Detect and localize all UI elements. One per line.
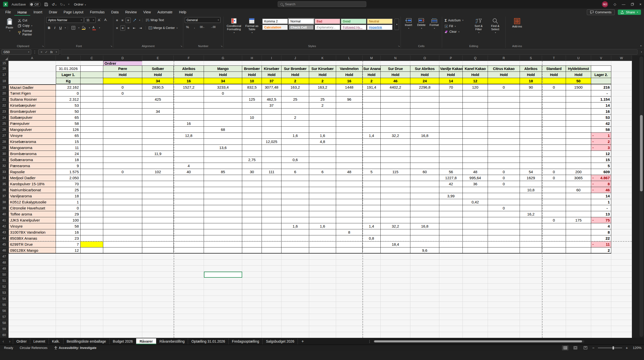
- format-cells-button[interactable]: Format▾: [428, 17, 440, 30]
- column-header-F[interactable]: F: [174, 55, 204, 61]
- cell-E39[interactable]: [142, 205, 174, 211]
- cell-H18[interactable]: 10: [242, 78, 262, 84]
- cell-Q20[interactable]: [463, 90, 488, 96]
- cell-P56[interactable]: [439, 308, 463, 314]
- cell-Q26[interactable]: [463, 127, 488, 133]
- cell-I37[interactable]: [262, 193, 281, 199]
- cell-Q27[interactable]: [463, 133, 488, 139]
- cell-U28[interactable]: [566, 139, 591, 145]
- cell-L52[interactable]: [336, 284, 363, 290]
- cell-H34[interactable]: [242, 175, 262, 181]
- cell-T54[interactable]: [542, 296, 566, 302]
- cell-S17[interactable]: Hold: [520, 72, 542, 78]
- sheet-tab-fredagsoptælling[interactable]: Fredagsoptælling: [229, 338, 263, 344]
- column-header-I[interactable]: I: [262, 55, 281, 61]
- cell-F41[interactable]: [174, 217, 204, 223]
- cell-F54[interactable]: [174, 296, 204, 302]
- cell-V39[interactable]: -: [591, 205, 611, 211]
- cell-F43[interactable]: [174, 229, 204, 235]
- cell-H47[interactable]: [242, 254, 262, 260]
- cell-J37[interactable]: [281, 193, 309, 199]
- cell-D59[interactable]: [103, 326, 142, 332]
- cell-F53[interactable]: [174, 290, 204, 296]
- cell-T26[interactable]: [542, 127, 566, 133]
- cell-L30[interactable]: [336, 151, 363, 157]
- cell-H43[interactable]: [242, 229, 262, 235]
- cell-P18[interactable]: 14: [439, 78, 463, 84]
- cell-O19[interactable]: 2296,8: [410, 84, 439, 90]
- cell-Q54[interactable]: [463, 296, 488, 302]
- cell-K59[interactable]: [309, 326, 336, 332]
- cell-S56[interactable]: [520, 308, 542, 314]
- cell-D47[interactable]: [103, 254, 142, 260]
- cell-A55[interactable]: [9, 302, 56, 308]
- cell-V37[interactable]: 14: [591, 193, 611, 199]
- cell-U38[interactable]: [566, 199, 591, 205]
- cell-R40[interactable]: [488, 211, 520, 217]
- cell-C34[interactable]: [81, 175, 103, 181]
- menu-tab-file[interactable]: File: [2, 9, 14, 16]
- close-button[interactable]: ×: [639, 2, 641, 6]
- cell-L27[interactable]: [336, 133, 363, 139]
- cell-U37[interactable]: [566, 193, 591, 199]
- row-header-38[interactable]: 38: [0, 199, 9, 205]
- cell-H50[interactable]: [242, 272, 262, 278]
- cell-L59[interactable]: [336, 326, 363, 332]
- cell-K21[interactable]: 25: [309, 96, 336, 102]
- cell-M44[interactable]: 0,8: [363, 235, 381, 241]
- cell-F33[interactable]: 40: [174, 169, 204, 175]
- cell-C27[interactable]: [81, 133, 103, 139]
- cell-F17[interactable]: Hold: [174, 72, 204, 78]
- cell-S54[interactable]: [520, 296, 542, 302]
- cell-E48[interactable]: [142, 260, 174, 266]
- cell-R26[interactable]: [488, 127, 520, 133]
- cell-C54[interactable]: [81, 296, 103, 302]
- cell-C21[interactable]: [81, 96, 103, 102]
- cell-P49[interactable]: [439, 266, 463, 272]
- row-header-57[interactable]: 57: [0, 314, 9, 320]
- column-header-C[interactable]: C: [81, 55, 103, 61]
- cell-U18[interactable]: 50: [566, 78, 591, 84]
- cell-I33[interactable]: 111: [262, 169, 281, 175]
- cell-E43[interactable]: [142, 229, 174, 235]
- cell-L20[interactable]: [336, 90, 363, 96]
- column-header-E[interactable]: E: [142, 55, 174, 61]
- cell-B16[interactable]: 31.01.2026: [56, 65, 81, 72]
- cell-T50[interactable]: [542, 272, 566, 278]
- cell-F40[interactable]: [174, 211, 204, 217]
- cell-H19[interactable]: 832,5: [242, 84, 262, 90]
- cell-T44[interactable]: [542, 235, 566, 241]
- cell-T33[interactable]: 0: [542, 169, 566, 175]
- cell-B60[interactable]: [56, 332, 81, 338]
- font-size-select[interactable]: 11▾: [85, 17, 96, 23]
- cell-R22[interactable]: [488, 102, 520, 109]
- cell-F45[interactable]: [174, 241, 204, 247]
- cell-C53[interactable]: [81, 290, 103, 296]
- cell-W39[interactable]: [611, 205, 632, 211]
- status-circular-references[interactable]: Circular References: [20, 346, 47, 350]
- cell-A57[interactable]: [9, 314, 56, 320]
- cell-H30[interactable]: [242, 151, 262, 157]
- copy-button[interactable]: Copy ▾: [17, 23, 43, 28]
- cell-F21[interactable]: [174, 96, 204, 102]
- cell-N34[interactable]: [381, 175, 410, 181]
- cell-H21[interactable]: 125: [242, 96, 262, 102]
- cell-Q16[interactable]: Kanel Kakao: [463, 65, 488, 72]
- cell-C23[interactable]: [81, 109, 103, 115]
- cell-O47[interactable]: [410, 254, 439, 260]
- cell-C57[interactable]: [81, 314, 103, 320]
- cell-O45[interactable]: [410, 241, 439, 247]
- cell-F23[interactable]: [174, 109, 204, 115]
- cell-K17[interactable]: Hold: [309, 72, 336, 78]
- cell-B57[interactable]: [56, 314, 81, 320]
- cell-J22[interactable]: [281, 102, 309, 109]
- formula-input[interactable]: [61, 49, 637, 55]
- cell-P28[interactable]: [439, 139, 463, 145]
- cell-F47[interactable]: [174, 254, 204, 260]
- cell-H40[interactable]: [242, 211, 262, 217]
- cell-S48[interactable]: [520, 260, 542, 266]
- cell-U20[interactable]: [566, 90, 591, 96]
- cell-J48[interactable]: [281, 260, 309, 266]
- column-header-T[interactable]: T: [542, 55, 566, 61]
- cell-N52[interactable]: [381, 284, 410, 290]
